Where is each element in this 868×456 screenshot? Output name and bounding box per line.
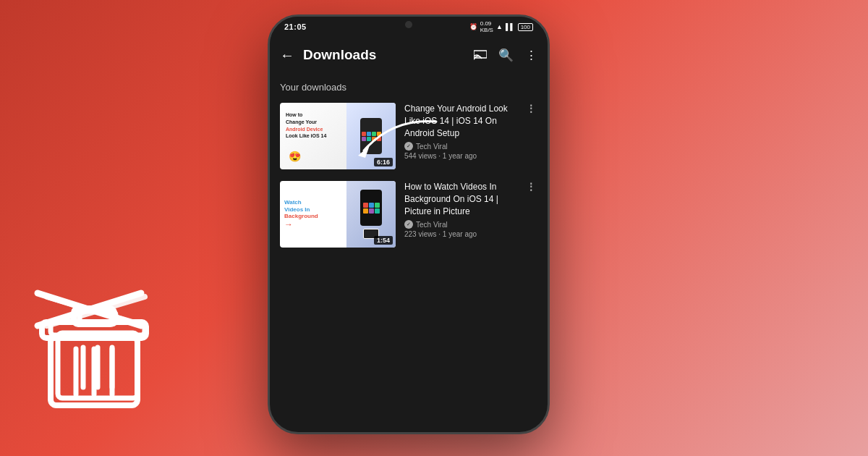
thumbnail-1: How toChange YourAndroid DeviceLook Like… <box>280 103 396 169</box>
thumb2-left-text: Watch Videos In Background → <box>284 181 318 248</box>
video-more-2[interactable]: ⋮ <box>524 181 537 193</box>
app-bar-actions: 🔍 ⋮ <box>474 48 537 63</box>
thumb1-text: How toChange YourAndroid DeviceLook Like… <box>286 111 326 140</box>
video-meta-2: 223 views · 1 year ago <box>404 230 516 238</box>
thumb2-arrow: → <box>284 219 318 229</box>
status-icons: ⏰ 0.09KB/S ▲ ▌▌ 100 <box>469 20 533 33</box>
app-bar-title: Downloads <box>303 47 465 63</box>
thumb1-app-grid <box>362 132 381 141</box>
video-meta-1: 544 views · 1 year ago <box>404 152 516 160</box>
duration-2: 1:54 <box>374 236 393 245</box>
video-info-1: Change Your Android Look Like iOS 14 | i… <box>404 103 516 160</box>
video-item-2[interactable]: Watch Videos In Background → <box>280 181 537 248</box>
back-button[interactable]: ← <box>280 47 294 64</box>
video-channel-2: ✓ Tech Viral <box>404 220 516 229</box>
thumb2-watch: Watch <box>284 199 318 206</box>
age-1: 1 year ago <box>443 152 477 160</box>
thumbnail-2: Watch Videos In Background → <box>280 181 396 248</box>
thumb2-phone-screen <box>360 190 382 226</box>
video-title-2: How to Watch Videos In Background On iOS… <box>404 181 516 217</box>
thumb1-phone-screen <box>360 118 382 154</box>
video-info-2: How to Watch Videos In Background On iOS… <box>404 181 516 238</box>
verified-icon-1: ✓ <box>404 142 413 151</box>
trash-svg <box>29 282 159 413</box>
thumb2-in: Videos In <box>284 206 318 213</box>
thumb2-bg-text: Background <box>284 213 318 219</box>
video-item-1[interactable]: How toChange YourAndroid DeviceLook Like… <box>280 103 537 169</box>
views-2: 223 views <box>404 230 436 238</box>
trash-icon-area <box>29 282 159 413</box>
cast-icon[interactable] <box>474 48 487 62</box>
status-bar: 21:05 ⏰ 0.09KB/S ▲ ▌▌ 100 <box>270 17 548 37</box>
thumb2-app-grid <box>363 203 380 214</box>
video-title-1: Change Your Android Look Like iOS 14 | i… <box>404 103 516 139</box>
more-options-icon[interactable]: ⋮ <box>525 48 537 63</box>
phone-screen: 21:05 ⏰ 0.09KB/S ▲ ▌▌ 100 ← Downloads <box>268 14 550 434</box>
duration-1: 6:16 <box>374 158 393 166</box>
phone-mockup: 21:05 ⏰ 0.09KB/S ▲ ▌▌ 100 ← Downloads <box>268 14 550 434</box>
thumb1-emoji: 😍 <box>289 151 301 162</box>
wifi-icon: ▲ <box>496 23 503 30</box>
channel-name-1: Tech Viral <box>416 143 448 151</box>
search-icon[interactable]: 🔍 <box>498 48 514 63</box>
channel-name-2: Tech Viral <box>416 221 448 229</box>
signal-icon: ▌▌ <box>506 23 515 30</box>
verified-icon-2: ✓ <box>404 220 413 229</box>
status-time: 21:05 <box>284 22 307 31</box>
video-channel-1: ✓ Tech Viral <box>404 142 516 151</box>
video-more-1[interactable]: ⋮ <box>524 103 537 114</box>
alarm-icon: ⏰ <box>469 23 477 30</box>
app-bar: ← Downloads 🔍 ⋮ <box>270 37 548 73</box>
data-icon: 0.09KB/S <box>480 20 493 33</box>
views-1: 544 views <box>404 152 436 160</box>
content-area: Your downloads How toChange YourAndroid … <box>270 73 548 268</box>
section-label: Your downloads <box>280 82 537 93</box>
battery-icon: 100 <box>518 23 533 31</box>
age-2: 1 year ago <box>443 230 477 238</box>
